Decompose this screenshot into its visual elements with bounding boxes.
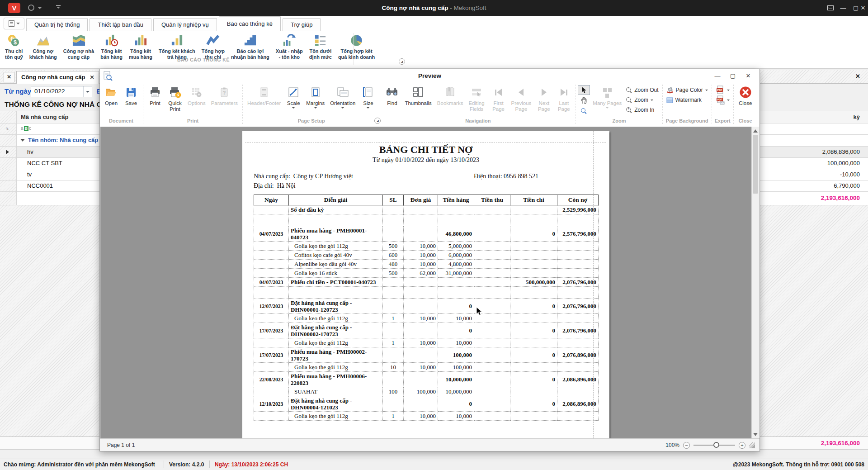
report-cell: 0 (438, 396, 474, 412)
close-preview-button[interactable]: Close (736, 84, 755, 106)
scroll-down-icon[interactable] (753, 433, 758, 436)
many-pages-button[interactable]: Many Pages (590, 84, 624, 109)
fullscreen-button[interactable] (824, 0, 837, 16)
ribbon-button[interactable]: Tổng kết khách trả hàng (156, 33, 198, 61)
close-button[interactable]: ✕ (856, 0, 868, 16)
preview-vertical-scrollbar[interactable] (751, 127, 759, 439)
options-icon (191, 85, 203, 99)
scale-button[interactable]: Scale (283, 84, 303, 109)
printer-icon (149, 85, 161, 99)
report-row-item: SUAHAT100100,00010,000,000 (254, 387, 599, 396)
supplier-code-cell[interactable]: NCC CT SBT (27, 160, 62, 166)
supplier-code-cell[interactable]: NCC0001 (27, 182, 53, 189)
minimize-button[interactable]: — (836, 0, 850, 16)
ribbon-button[interactable]: Xuất - nhập - tồn kho (273, 33, 306, 61)
zoom-slider-thumb[interactable] (713, 442, 719, 448)
preview-close-x-button[interactable]: ✕ (741, 69, 756, 83)
send-pdf-email-button[interactable]: PDF (714, 95, 731, 105)
last-page-button[interactable]: Last Page (554, 84, 574, 112)
margins-button[interactable]: Margins (303, 84, 327, 109)
bookmarks-button[interactable]: Bookmarks (434, 84, 466, 106)
quick-access-dropdown-icon[interactable] (38, 7, 42, 9)
supplier-debt-value-cell[interactable]: -10,000 (840, 171, 860, 178)
size-button[interactable]: Size (358, 84, 378, 109)
date-dropdown-icon[interactable] (83, 86, 92, 97)
menu-tab[interactable]: Quản lý nghiệp vụ (153, 18, 217, 31)
report-cell: 10,000 (404, 242, 438, 251)
resize-grip-icon[interactable] (749, 442, 755, 448)
ribbon-button[interactable]: Công nợ nhà cung cấp (60, 33, 97, 61)
previous-page-button[interactable]: Previous Page (509, 84, 534, 112)
open-button[interactable]: Open (101, 84, 121, 106)
supplier-code-cell[interactable]: tv (27, 171, 32, 178)
report-cell (557, 260, 599, 269)
ribbon-button[interactable]: Tổng hợp thu chi (198, 33, 228, 61)
ribbon-button[interactable]: Công nợ khách hàng (26, 33, 60, 61)
report-cell: 46,800,000 (438, 226, 474, 242)
close-panel-icon[interactable]: ✕ (855, 73, 860, 80)
close-all-tabs-button[interactable]: ✕ (4, 72, 14, 82)
supplier-debt-value-cell[interactable]: 6,790,000 (834, 182, 860, 189)
watermark-button[interactable]: Watermark (665, 95, 710, 105)
match-mode-abc-icon[interactable]: aBc (21, 126, 31, 131)
zoom-out-button[interactable]: − Zoom Out (624, 85, 660, 95)
tab-cong-no-nha-cung-cap[interactable]: Công nợ nhà cung cấp✕ (16, 71, 99, 84)
supplier-debt-value-cell[interactable]: 100,000,000 (827, 160, 860, 166)
report-cell: Cofitos kẹo cafe gói 40v (289, 251, 383, 260)
ribbon-button[interactable]: Tổng hợp kết quả kinh doanh (335, 33, 378, 61)
ribbon-button[interactable]: Báo cáo lợi nhuận bán hàng (228, 33, 273, 61)
parameters-button[interactable]: ? Parameters (208, 84, 241, 106)
from-date-input[interactable]: 01/10/2022 (31, 86, 92, 97)
tab-close-icon[interactable]: ✕ (90, 74, 94, 81)
menu-tab[interactable]: Báo cáo thống kê (219, 16, 281, 31)
last-page-icon (561, 86, 567, 98)
application-menu-button[interactable] (4, 18, 24, 29)
zoom-in-button[interactable]: + Zoom In (624, 105, 660, 115)
ribbon-button[interactable]: Tổng kết bán hàng (97, 33, 126, 61)
hand-tool-button[interactable] (578, 95, 590, 105)
report-cell: 04/07/2023 (254, 278, 289, 287)
save-button[interactable]: Save (121, 84, 141, 106)
find-button[interactable]: Find (382, 84, 402, 106)
editing-fields-button[interactable]: Editing Fields (466, 84, 487, 112)
report-phone: Điện thoại: 0956 898 521 (474, 173, 538, 180)
preview-minimize-button[interactable]: — (710, 69, 725, 83)
menu-tab[interactable]: Quản trị hệ thống (26, 18, 88, 31)
menu-tab[interactable]: Trợ giúp (283, 18, 321, 31)
quick-access-circle-icon[interactable] (28, 5, 34, 11)
report-cell (510, 242, 557, 251)
options-button[interactable]: Options (185, 84, 208, 106)
zoom-plus-button[interactable]: + (739, 442, 745, 449)
menu-tab[interactable]: Thiết lập ban đầu (90, 18, 151, 31)
report-cell (510, 214, 557, 226)
export-to-pdf-button[interactable]: PDF (714, 85, 731, 95)
magnifier-tool-button[interactable] (578, 106, 590, 116)
zoom-button[interactable]: Zoom (624, 95, 660, 105)
first-page-button[interactable]: First Page (489, 84, 509, 112)
group-collapse-icon[interactable] (20, 139, 25, 142)
app-logo-icon[interactable]: V (8, 3, 20, 13)
ribbon-button[interactable]: Tổng kết mua hàng (126, 33, 156, 61)
quick-print-button[interactable]: Quick Print (165, 84, 185, 112)
header-footer-button[interactable]: Header/Footer (245, 84, 283, 106)
report-cell: 12/10/2023 (254, 396, 289, 412)
preview-maximize-button[interactable]: ▢ (725, 69, 741, 83)
zoom-slider[interactable] (693, 445, 735, 446)
thumbnails-button[interactable]: Thumbnails (402, 84, 434, 106)
pointer-tool-button[interactable] (578, 85, 590, 95)
zoom-minus-button[interactable]: − (683, 442, 690, 449)
orientation-button[interactable]: Orientation (327, 84, 358, 109)
ribbon-button[interactable]: €$Thu chi tồn quỹ (2, 33, 26, 61)
scrollbar-thumb[interactable] (753, 135, 758, 194)
scroll-up-icon[interactable] (753, 129, 758, 133)
next-page-button[interactable]: Next Page (534, 84, 554, 112)
print-button[interactable]: Print (145, 84, 165, 106)
ribbon-button[interactable]: Tồn dưới định mức (306, 33, 335, 61)
supplier-code-cell[interactable]: hv (27, 148, 33, 155)
ribbon-collapse-icon[interactable]: ◢ (399, 58, 405, 65)
page-color-button[interactable]: Page Color (665, 85, 710, 95)
group-caption-document: Document (101, 117, 141, 126)
first-page-icon (495, 86, 502, 98)
supplier-debt-value-cell[interactable]: 2,086,836,000 (822, 148, 860, 155)
customize-toolbar-icon[interactable] (56, 5, 61, 9)
